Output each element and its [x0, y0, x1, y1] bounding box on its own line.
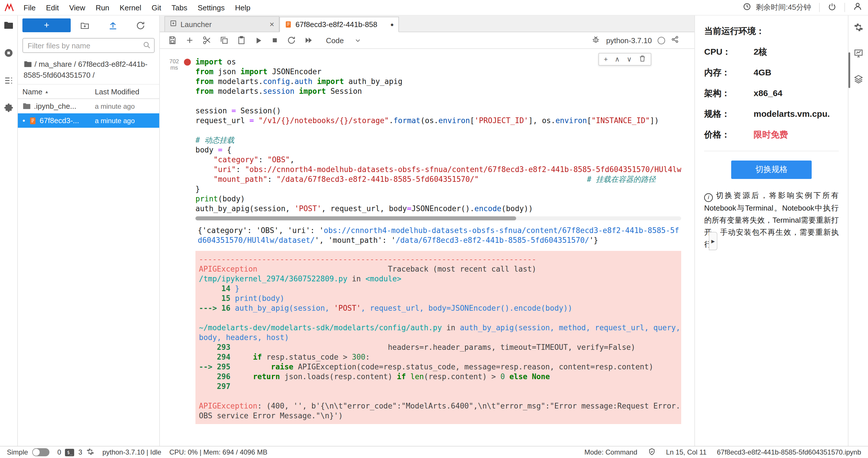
- file-name: .ipynb_che...: [34, 102, 76, 111]
- stdout-output: {'category': 'OBS', 'uri': 'obs://cnnort…: [195, 226, 681, 245]
- file-name: 67f8ecd3-...: [40, 116, 79, 125]
- code-editor[interactable]: import osfrom json import JSONEncoderfro…: [195, 57, 681, 213]
- tab-launcher[interactable]: Launcher ×: [164, 16, 279, 32]
- kernel-status-indicator[interactable]: python-3.7.10 | Idle: [102, 448, 161, 456]
- menu-item-tabs[interactable]: Tabs: [166, 3, 192, 12]
- save-button[interactable]: [168, 36, 177, 45]
- extensions-tab-icon[interactable]: [3, 103, 14, 116]
- code-line: [199, 391, 678, 401]
- code-line: auth_by_apig(session, 'POST', request_ur…: [195, 204, 681, 213]
- file-browser-tab-icon[interactable]: [3, 20, 14, 33]
- power-icon[interactable]: [828, 2, 836, 13]
- run-cell-button[interactable]: [254, 36, 263, 45]
- code-line: 297: [199, 381, 678, 391]
- code-line: {'category': 'OBS', 'uri': 'obs://cnnort…: [198, 226, 681, 235]
- cell-type-select[interactable]: Code: [326, 36, 362, 45]
- add-cell-icon[interactable]: +: [604, 55, 608, 63]
- code-line: 294 if resp.status_code > 300:: [199, 352, 678, 362]
- running-sessions-indicator[interactable]: 0 $_ 3: [57, 447, 94, 457]
- code-horizontal-scrollbar[interactable]: [195, 216, 681, 220]
- column-header-modified[interactable]: Last Modified: [95, 87, 155, 96]
- info-icon: i: [704, 193, 713, 202]
- move-cell-up-icon[interactable]: ∧: [615, 55, 620, 63]
- code-line: /tmp/ipykernel_2974/3607522809.py in <mo…: [199, 274, 678, 284]
- tab-notebook[interactable]: 67f8ecd3-e8f2-441b-858 ●: [279, 17, 399, 32]
- filter-files-input[interactable]: [23, 38, 155, 53]
- cell-body: + ∧ ∨ import osfrom json import JSONEnco…: [195, 57, 681, 424]
- file-row[interactable]: .ipynb_che... a minute ago: [18, 99, 159, 113]
- code-line: [199, 313, 678, 323]
- launcher-icon: [169, 20, 177, 29]
- menu-item-file[interactable]: File: [19, 3, 41, 12]
- unsaved-changes-dot-icon[interactable]: ●: [390, 21, 394, 28]
- top-menu-bar: File Edit View Run Kernel Git Tabs Setti…: [0, 0, 868, 16]
- restart-and-run-all-button[interactable]: [304, 36, 313, 45]
- code-line: --> 295 raise APIGException(code=resp.st…: [199, 362, 678, 372]
- notebook-toolbar: Code python-3.7.10: [160, 32, 694, 49]
- new-launcher-button[interactable]: +: [23, 19, 71, 32]
- kernel-name-button[interactable]: python-3.7.10: [606, 36, 652, 45]
- menu-item-run[interactable]: Run: [91, 3, 115, 12]
- user-icon[interactable]: [853, 2, 862, 13]
- menu-item-edit[interactable]: Edit: [41, 3, 64, 12]
- cell-hover-toolbar: + ∧ ∨: [599, 53, 651, 65]
- code-cell: 702 ms + ∧ ∨: [160, 57, 694, 424]
- monitor-panel-icon[interactable]: [853, 48, 863, 60]
- running-kernels-tab-icon[interactable]: [3, 48, 14, 60]
- copy-cells-button[interactable]: [220, 36, 229, 45]
- instance-settings-gear-icon[interactable]: [853, 23, 863, 34]
- divider: [704, 151, 839, 151]
- code-line: ---> 16 auth_by_apig(session, 'POST', re…: [199, 303, 678, 313]
- code-line: }: [195, 184, 681, 194]
- move-cell-down-icon[interactable]: ∨: [626, 55, 632, 63]
- menu-item-view[interactable]: View: [64, 3, 91, 12]
- right-scrollbar-thumb[interactable]: [848, 52, 850, 88]
- tab-bar: Launcher × 67f8ecd3-e8f2-441b-858 ●: [160, 16, 694, 32]
- code-line: 14 }: [199, 284, 678, 293]
- layers-panel-icon[interactable]: [853, 74, 863, 86]
- new-folder-button[interactable]: [71, 21, 99, 30]
- switch-flavor-note: i切换资源后，将影响实例下所有Notebook与Terminal。Noteboo…: [704, 189, 839, 250]
- insert-cell-button[interactable]: [185, 36, 194, 45]
- kernels-count: 3: [79, 448, 82, 456]
- modelarts-logo-icon: [0, 3, 19, 12]
- share-icon[interactable]: [671, 35, 679, 46]
- price-badge: 限时免费: [754, 130, 788, 140]
- breadcrumb-path[interactable]: / ma_share / 67f8ecd3-e8f2-441b-8585-5fd…: [24, 60, 148, 79]
- clock-icon: [743, 2, 751, 13]
- divider: [819, 3, 820, 12]
- search-icon: [143, 41, 151, 51]
- collapse-right-panel-icon[interactable]: ▶: [709, 232, 717, 250]
- menu-item-help[interactable]: Help: [230, 3, 256, 12]
- switch-flavor-button[interactable]: 切换规格: [731, 161, 812, 179]
- refresh-button[interactable]: [127, 21, 155, 30]
- restart-k ernel-button[interactable]: [287, 36, 296, 45]
- cell-gutter: 702 ms: [160, 57, 195, 424]
- scrollbar-thumb[interactable]: [195, 216, 516, 220]
- menu-item-git[interactable]: Git: [147, 3, 166, 12]
- cursor-position-indicator[interactable]: Ln 15, Col 11: [666, 448, 707, 456]
- close-tab-icon[interactable]: ×: [270, 20, 274, 29]
- code-line: d604351570/HUl4lw/dataset/', 'mount_path…: [198, 235, 681, 245]
- kernel-gear-icon: [86, 447, 94, 457]
- paste-cells-button[interactable]: [237, 36, 246, 45]
- error-status-dot-icon: [184, 59, 191, 65]
- code-line: [195, 125, 681, 135]
- file-browser-panel: + / ma_share / 67f8ecd3-e8f2-441b-8585-5…: [18, 16, 160, 446]
- breadcrumb[interactable]: / ma_share / 67f8ecd3-e8f2-441b-8585-5fd…: [18, 56, 159, 84]
- column-header-name[interactable]: Name ▲: [23, 87, 95, 96]
- simple-mode-toggle[interactable]: [32, 448, 49, 456]
- debugger-bug-icon[interactable]: [592, 35, 600, 46]
- menu-item-kernel[interactable]: Kernel: [114, 3, 146, 12]
- upload-button[interactable]: [99, 21, 126, 30]
- menu-item-settings[interactable]: Settings: [192, 3, 230, 12]
- env-row-flavor: 规格： modelarts.vm.cpu.: [704, 109, 839, 120]
- code-line: OBS service Error Message."\n}'): [199, 411, 678, 421]
- code-line: print(body): [195, 194, 681, 204]
- delete-cell-icon[interactable]: [639, 55, 646, 64]
- file-row-selected[interactable]: ● 67f8ecd3-... a minute ago: [18, 113, 159, 128]
- cut-cells-button[interactable]: [202, 36, 212, 45]
- divider: [844, 3, 845, 12]
- interrupt-kernel-button[interactable]: [271, 36, 279, 44]
- table-of-contents-tab-icon[interactable]: [3, 75, 14, 88]
